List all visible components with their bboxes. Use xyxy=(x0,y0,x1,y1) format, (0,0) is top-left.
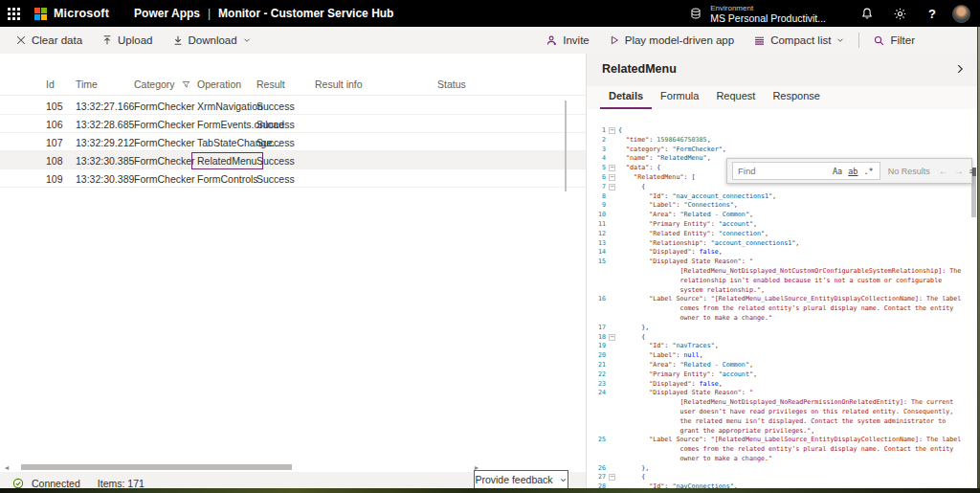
regex-button[interactable]: .* xyxy=(861,166,877,177)
code-text: user doesn’t have read privileges on thi… xyxy=(618,408,953,417)
download-button[interactable]: Download xyxy=(163,27,261,54)
code-line[interactable]: system relationship.", xyxy=(587,286,979,296)
code-line[interactable]: 21 "Area": "Related - Common", xyxy=(587,361,979,370)
table-row-105[interactable]: 10513:32:27.166FormCheckerXrmNavigationS… xyxy=(0,97,586,115)
fold-collapse-icon[interactable]: − xyxy=(606,173,618,183)
code-line[interactable]: relationship isn’t enabled because it’s … xyxy=(587,277,979,286)
code-line[interactable]: 7− { xyxy=(587,183,979,192)
notifications-button[interactable] xyxy=(851,0,883,27)
code-line[interactable]: 10 "Area": "Related - Common", xyxy=(587,211,979,220)
fold-collapse-icon[interactable]: − xyxy=(606,473,618,482)
code-line[interactable]: 17 }, xyxy=(587,324,979,333)
line-number: 11 xyxy=(587,220,606,230)
line-number: 5 xyxy=(587,164,606,173)
app-launcher-waffle-icon[interactable] xyxy=(0,0,27,27)
code-text: "Id": "nav_account_connections1", xyxy=(618,192,776,202)
code-line[interactable]: 20 "Label": null, xyxy=(587,351,979,361)
help-button[interactable]: ? xyxy=(916,0,948,27)
environment-picker[interactable]: Environment MS Personal Productivit... xyxy=(689,4,826,24)
fold-collapse-icon[interactable]: − xyxy=(606,126,618,136)
code-line[interactable]: the related menu isn’t displayed. Contac… xyxy=(587,417,979,427)
collapse-panel-button[interactable] xyxy=(953,62,967,79)
fold-collapse-icon[interactable]: − xyxy=(606,164,618,173)
code-line[interactable]: [RelatedMenu_NotDisplayed_NotCustomOrCon… xyxy=(587,267,979,277)
play-model-driven-app-button[interactable]: Play model-driven app xyxy=(599,27,744,54)
grid-header: IdTimeCategory OperationResultResult inf… xyxy=(0,75,586,96)
table-row-108[interactable]: 10813:32:30.385FormCheckerRelatedMenuSuc… xyxy=(0,151,586,169)
table-row-106[interactable]: 10613:32:28.685FormCheckerFormEvents.onl… xyxy=(0,115,586,133)
code-line[interactable]: 23 "Displayed": false, xyxy=(587,380,979,390)
code-line[interactable]: 22 "Primary Entity": "account", xyxy=(587,370,979,380)
environment-icon xyxy=(689,7,702,20)
grid-vertical-scrollbar[interactable] xyxy=(565,101,567,191)
code-line[interactable]: 25 "Label Source": "[RelatedMenu_LabelSo… xyxy=(587,436,979,445)
json-editor[interactable]: Aa ab .* No Results ← → ≡ ✕ 1−{2 "time":… xyxy=(587,109,979,488)
code-line[interactable]: owner to make a change." xyxy=(587,455,979,464)
code-line[interactable]: user doesn’t have read privileges on thi… xyxy=(587,408,979,417)
column-header-id[interactable]: Id xyxy=(46,78,55,90)
code-line[interactable]: 13 "Relationship": "account_connections1… xyxy=(587,239,979,249)
match-case-button[interactable]: Aa xyxy=(830,166,845,177)
column-header-time[interactable]: Time xyxy=(76,78,98,90)
code-line[interactable]: 11 "Primary Entity": "account", xyxy=(587,220,979,230)
code-line[interactable]: 12 "Related Entity": "connection", xyxy=(587,230,979,239)
code-text: "Related Entity": "connection", xyxy=(618,230,768,239)
upload-button[interactable]: Upload xyxy=(92,27,162,54)
code-line[interactable]: 9 "Label": "Connections", xyxy=(587,201,979,211)
code-line[interactable]: 27− { xyxy=(587,473,979,482)
find-in-selection-button[interactable]: ≡ xyxy=(967,167,977,176)
column-header-result-info[interactable]: Result info xyxy=(315,78,363,90)
code-line[interactable]: grant the appropriate privileges.", xyxy=(587,427,979,437)
line-number: 27 xyxy=(587,473,606,482)
code-line[interactable]: 8 "Id": "nav_account_connections1", xyxy=(587,192,979,202)
code-line[interactable]: 24 "Displayed State Reason": " xyxy=(587,389,979,398)
code-line[interactable]: comes from the related entity’s plural d… xyxy=(587,304,979,314)
fold-spacer xyxy=(606,380,618,390)
find-input[interactable] xyxy=(738,166,830,176)
code-line[interactable]: 15 "Displayed State Reason": " xyxy=(587,258,979,267)
microsoft-logo: Microsoft xyxy=(34,7,109,20)
tab-details[interactable]: Details xyxy=(600,90,652,109)
find-previous-button[interactable]: ← xyxy=(936,166,951,176)
line-number: 1 xyxy=(587,126,606,136)
tab-request[interactable]: Request xyxy=(707,90,764,109)
column-header-operation[interactable]: Operation xyxy=(197,78,241,90)
column-header-result[interactable]: Result xyxy=(256,78,285,90)
code-text: comes from the related entity’s plural d… xyxy=(618,445,953,455)
column-header-status[interactable]: Status xyxy=(437,78,466,90)
code-line[interactable]: [RelatedMenu_NotDisplayed_NoReadPermissi… xyxy=(587,398,979,408)
code-line[interactable]: 18− { xyxy=(587,333,979,343)
fold-spacer xyxy=(606,286,618,296)
scroll-left-arrow-icon[interactable]: ◄ xyxy=(0,464,13,471)
table-row-109[interactable]: 10913:32:30.389FormCheckerFormControlsSu… xyxy=(0,169,586,188)
code-line[interactable]: 1−{ xyxy=(587,126,979,136)
settings-button[interactable] xyxy=(883,0,916,27)
provide-feedback-button[interactable]: Provide feedback xyxy=(474,470,568,489)
fold-collapse-icon[interactable]: − xyxy=(606,183,618,192)
microsoft-brand-text: Microsoft xyxy=(54,7,109,20)
tab-formula[interactable]: Formula xyxy=(652,90,707,109)
scrollbar-thumb[interactable] xyxy=(21,464,292,470)
clear-data-button[interactable]: Clear data xyxy=(6,27,92,54)
tab-response[interactable]: Response xyxy=(764,90,829,109)
grid-horizontal-scrollbar[interactable]: ◄ ► xyxy=(0,462,483,472)
column-header-category[interactable]: Category xyxy=(134,78,190,90)
fold-collapse-icon[interactable]: − xyxy=(606,333,618,343)
code-line[interactable]: 3 "category": "FormChecker", xyxy=(587,146,979,155)
fold-spacer xyxy=(606,230,618,239)
user-avatar[interactable] xyxy=(952,5,970,23)
table-row-107[interactable]: 10713:32:29.212FormCheckerTabStateChange… xyxy=(0,133,586,151)
filter-button[interactable]: Filter xyxy=(863,27,924,54)
code-line[interactable]: owner to make a change." xyxy=(587,314,979,324)
compact-list-button[interactable]: Compact list xyxy=(744,27,855,54)
invite-button[interactable]: Invite xyxy=(536,27,599,54)
find-next-button[interactable]: → xyxy=(951,166,967,176)
code-line[interactable]: 14 "Displayed": false, xyxy=(587,248,979,258)
code-line[interactable]: 2 "time": 1598646750385, xyxy=(587,136,979,146)
whole-word-button[interactable]: ab xyxy=(845,166,860,177)
code-line[interactable]: 26 }, xyxy=(587,464,979,474)
code-line[interactable]: 19 "Id": "navTraces", xyxy=(587,342,979,351)
fold-spacer xyxy=(606,154,618,164)
code-line[interactable]: comes from the related entity’s plural d… xyxy=(587,445,979,455)
code-line[interactable]: 16 "Label Source": "[RelatedMenu_LabelSo… xyxy=(587,295,979,304)
